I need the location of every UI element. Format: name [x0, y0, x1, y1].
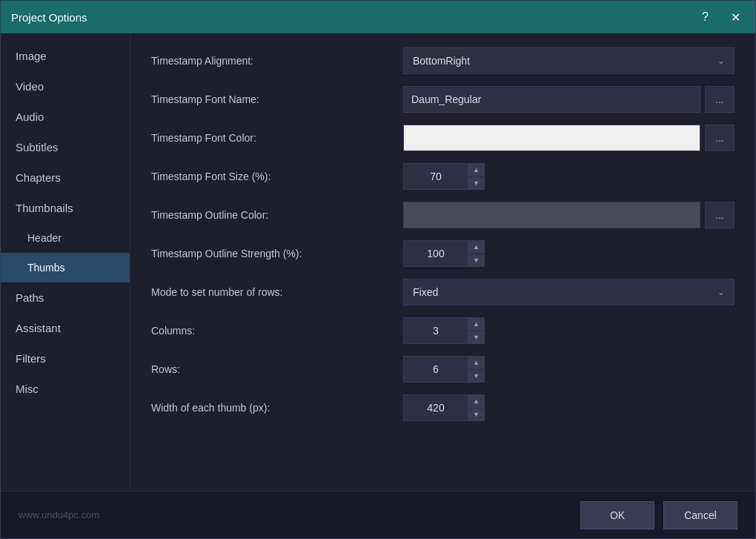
dialog-title: Project Options	[11, 11, 87, 24]
spinner-font-size-value: 70	[404, 171, 468, 182]
sidebar-item-subtitles[interactable]: Subtitles	[1, 132, 130, 162]
sidebar-item-video[interactable]: Video	[1, 71, 130, 102]
close-button[interactable]: ✕	[726, 9, 745, 26]
control-mode-rows: Fixed ⌄	[403, 279, 735, 305]
sidebar-item-thumbs[interactable]: Thumbs	[1, 253, 130, 282]
control-timestamp-font-color: ...	[403, 125, 735, 151]
label-mode-rows: Mode to set number of rows:	[151, 286, 403, 298]
spinner-width-thumb-down[interactable]: ▼	[468, 409, 484, 422]
sidebar-item-thumbnails[interactable]: Thumbnails	[1, 193, 130, 223]
spinner-width-thumb-arrows: ▲ ▼	[468, 394, 484, 421]
spinner-rows-arrows: ▲ ▼	[468, 356, 484, 383]
spinner-width-thumb: 420 ▲ ▼	[403, 394, 485, 421]
ok-button[interactable]: OK	[580, 501, 654, 529]
dialog-body: Image Video Audio Subtitles Chapters Thu…	[1, 33, 755, 491]
spinner-columns-up[interactable]: ▲	[468, 317, 484, 331]
ellipsis-outline-color-button[interactable]: ...	[705, 202, 735, 228]
select-timestamp-alignment-value: BottomRight	[413, 55, 470, 67]
spinner-width-thumb-value: 420	[404, 402, 468, 414]
select-timestamp-alignment[interactable]: BottomRight ⌄	[403, 47, 735, 74]
content-area: Timestamp Alignment: BottomRight ⌄ Times…	[130, 33, 755, 491]
row-timestamp-outline-color: Timestamp Outline Color: ...	[151, 201, 735, 229]
sidebar-item-filters[interactable]: Filters	[1, 343, 130, 374]
spinner-font-size: 70 ▲ ▼	[403, 163, 485, 190]
row-timestamp-font-color: Timestamp Font Color: ...	[151, 124, 735, 152]
sidebar-item-image[interactable]: Image	[1, 41, 130, 71]
spinner-rows-down[interactable]: ▼	[468, 370, 484, 383]
spinner-outline-strength: 100 ▲ ▼	[403, 240, 485, 267]
row-columns: Columns: 3 ▲ ▼	[151, 317, 735, 345]
spinner-columns-arrows: ▲ ▼	[468, 317, 484, 344]
spinner-font-size-arrows: ▲ ▼	[468, 163, 484, 190]
label-timestamp-alignment: Timestamp Alignment:	[151, 55, 403, 67]
spinner-rows: 6 ▲ ▼	[403, 356, 485, 383]
chevron-down-icon-2: ⌄	[717, 287, 725, 297]
spinner-outline-strength-up[interactable]: ▲	[468, 240, 484, 254]
control-width-thumb: 420 ▲ ▼	[403, 394, 735, 421]
project-options-dialog: Project Options ? ✕ Image Video Audio Su…	[0, 0, 756, 539]
row-mode-rows: Mode to set number of rows: Fixed ⌄	[151, 278, 735, 306]
row-timestamp-font-name: Timestamp Font Name: ...	[151, 85, 735, 113]
select-mode-rows-value: Fixed	[413, 286, 438, 298]
titlebar: Project Options ? ✕	[1, 1, 755, 33]
cancel-button[interactable]: Cancel	[663, 501, 737, 529]
spinner-rows-value: 6	[404, 363, 468, 375]
row-timestamp-font-size: Timestamp Font Size (%): 70 ▲ ▼	[151, 162, 735, 191]
label-timestamp-outline-color: Timestamp Outline Color:	[151, 209, 403, 221]
chevron-down-icon: ⌄	[717, 56, 725, 66]
label-columns: Columns:	[151, 325, 403, 337]
footer-buttons: OK Cancel	[580, 501, 737, 529]
dialog-footer: www.undu4pc.com OK Cancel	[1, 491, 755, 538]
label-timestamp-font-color: Timestamp Font Color:	[151, 132, 403, 144]
select-mode-rows[interactable]: Fixed ⌄	[403, 279, 735, 305]
control-timestamp-font-size: 70 ▲ ▼	[403, 163, 735, 190]
watermark: www.undu4pc.com	[19, 509, 99, 520]
control-timestamp-outline-strength: 100 ▲ ▼	[403, 240, 735, 267]
control-timestamp-font-name: ...	[403, 86, 735, 113]
spinner-rows-up[interactable]: ▲	[468, 356, 484, 370]
control-timestamp-outline-color: ...	[403, 202, 735, 228]
ellipsis-font-name-button[interactable]: ...	[705, 86, 735, 113]
row-rows: Rows: 6 ▲ ▼	[151, 355, 735, 383]
spinner-columns-value: 3	[404, 325, 468, 337]
sidebar-item-chapters[interactable]: Chapters	[1, 162, 130, 193]
row-timestamp-alignment: Timestamp Alignment: BottomRight ⌄	[151, 47, 735, 75]
sidebar-item-misc[interactable]: Misc	[1, 374, 130, 404]
spinner-outline-strength-value: 100	[404, 248, 468, 259]
spinner-outline-strength-down[interactable]: ▼	[468, 254, 484, 268]
sidebar-item-assistant[interactable]: Assistant	[1, 313, 130, 343]
spinner-columns: 3 ▲ ▼	[403, 317, 485, 344]
spinner-font-size-up[interactable]: ▲	[468, 163, 484, 177]
help-button[interactable]: ?	[697, 9, 713, 25]
row-width-thumb: Width of each thumb (px): 420 ▲ ▼	[151, 394, 735, 422]
spinner-font-size-down[interactable]: ▼	[468, 177, 484, 191]
spinner-outline-strength-arrows: ▲ ▼	[468, 240, 484, 267]
input-timestamp-font-name[interactable]	[403, 86, 700, 113]
ellipsis-font-color-button[interactable]: ...	[705, 125, 735, 151]
color-swatch-outline[interactable]	[403, 202, 700, 228]
spinner-width-thumb-up[interactable]: ▲	[468, 394, 484, 409]
label-timestamp-font-size: Timestamp Font Size (%):	[151, 171, 403, 182]
sidebar-item-header[interactable]: Header	[1, 223, 130, 253]
titlebar-buttons: ? ✕	[697, 9, 745, 26]
control-rows: 6 ▲ ▼	[403, 356, 735, 383]
control-timestamp-alignment: BottomRight ⌄	[403, 47, 735, 74]
control-columns: 3 ▲ ▼	[403, 317, 735, 344]
color-swatch-font[interactable]	[403, 125, 700, 151]
label-timestamp-font-name: Timestamp Font Name:	[151, 93, 403, 105]
label-width-thumb: Width of each thumb (px):	[151, 402, 403, 414]
label-rows: Rows:	[151, 363, 403, 375]
sidebar: Image Video Audio Subtitles Chapters Thu…	[1, 33, 130, 491]
sidebar-item-paths[interactable]: Paths	[1, 282, 130, 313]
spinner-columns-down[interactable]: ▼	[468, 331, 484, 345]
row-timestamp-outline-strength: Timestamp Outline Strength (%): 100 ▲ ▼	[151, 239, 735, 268]
sidebar-item-audio[interactable]: Audio	[1, 102, 130, 132]
label-timestamp-outline-strength: Timestamp Outline Strength (%):	[151, 248, 403, 259]
